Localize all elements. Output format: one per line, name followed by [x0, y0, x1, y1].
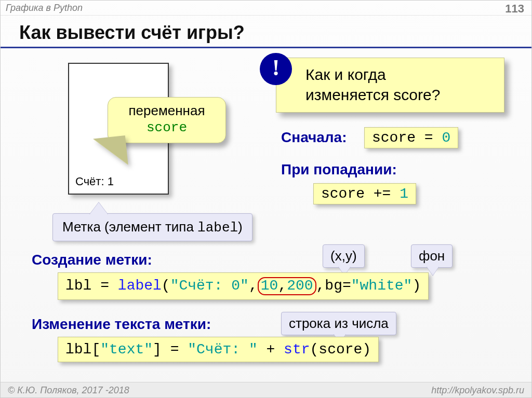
variable-bubble-line1: переменная	[128, 103, 205, 118]
code-change-text: lbl["text"] = "Счёт: " + str(score)	[58, 337, 379, 362]
footer: © К.Ю. Поляков, 2017 -2018 http://kpolya…	[1, 382, 531, 397]
label-caption: Метка (элемент типа label)	[52, 213, 252, 241]
annotation-bg: фон	[411, 244, 453, 268]
exclamation-icon: !	[260, 53, 292, 85]
label-initially: Сначала:	[281, 129, 347, 146]
code-score-init: score = 0	[364, 127, 458, 148]
callout-line1: Как и когда	[305, 66, 386, 83]
topbar-text: Графика в Python	[6, 3, 83, 13]
variable-bubble-code: score	[147, 120, 187, 135]
page-number: 113	[505, 2, 524, 16]
footer-copyright: © К.Ю. Поляков, 2017 -2018	[8, 385, 129, 395]
variable-bubble: переменная score	[108, 97, 226, 143]
footer-url: http://kpolyakov.spb.ru	[431, 382, 524, 398]
canvas-score-text: Счёт: 1	[75, 175, 114, 188]
annotation-str: строка из числа	[281, 312, 396, 335]
code-score-inc: score += 1	[313, 183, 416, 204]
slide-title: Как вывести счёт игры?	[1, 16, 531, 48]
question-callout: ! Как и когда изменяется score?	[276, 58, 504, 113]
topbar: Графика в Python 113	[1, 1, 531, 16]
label-caption-code: label	[197, 220, 238, 236]
annotation-xy: (x,y)	[323, 244, 365, 268]
code-create-label: lbl = label("Счёт: 0",10,200,bg="white")	[58, 272, 429, 300]
label-caption-tail: )	[238, 219, 243, 235]
section-change-label: Изменение текста метки:	[32, 316, 211, 333]
label-caption-text: Метка (элемент типа	[62, 219, 197, 235]
slide: Графика в Python 113 Как вывести счёт иг…	[0, 0, 532, 398]
section-create-label: Создание метки:	[32, 252, 152, 268]
label-on-hit: При попадании:	[281, 161, 397, 178]
callout-line2: изменяется score?	[305, 86, 440, 103]
